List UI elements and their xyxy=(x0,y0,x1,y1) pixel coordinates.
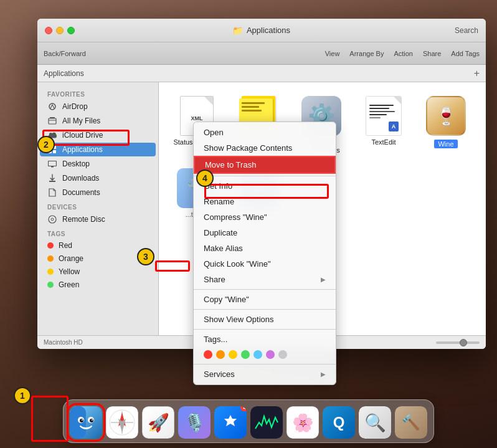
sidebar-item-icloud-drive[interactable]: iCloud Drive xyxy=(40,128,156,142)
context-duplicate[interactable]: Duplicate xyxy=(194,225,336,241)
wine-name-editing[interactable]: Wine xyxy=(434,140,457,148)
share-button[interactable]: Share xyxy=(423,50,441,57)
green-tag-label: Green xyxy=(59,280,79,289)
red-tag-label: Red xyxy=(59,241,72,250)
safari-icon xyxy=(106,406,138,439)
context-copy[interactable]: Copy "Wine" xyxy=(194,292,336,307)
dock-item-activity-monitor[interactable] xyxy=(250,406,283,439)
context-move-to-trash[interactable]: Move to Trash xyxy=(194,156,336,174)
context-services[interactable]: Services ▶ xyxy=(194,366,336,382)
tag-orange[interactable] xyxy=(216,350,225,359)
title-bar: 📁 Applications Search xyxy=(37,19,486,42)
favorites-label: Favorites xyxy=(37,87,158,99)
desktop-icon xyxy=(47,159,57,169)
slider-thumb[interactable] xyxy=(460,339,467,346)
dock: 🚀 🎙️ 4 🌸 Q 🔍 🔨 xyxy=(63,399,434,443)
step-4-label: 4 xyxy=(202,173,207,183)
view-button[interactable]: View xyxy=(325,50,340,57)
sidebar-item-documents[interactable]: Documents xyxy=(40,186,156,199)
sidebar-item-all-my-files[interactable]: All My Files xyxy=(40,114,156,128)
show-view-options-label: Show View Options xyxy=(204,315,274,324)
svg-rect-1 xyxy=(49,118,56,124)
file-item-wine[interactable]: 🍷 Wine xyxy=(418,92,474,158)
dock-item-siri[interactable]: 🎙️ xyxy=(178,406,211,439)
context-get-info[interactable]: Get Info xyxy=(194,178,336,194)
dock-item-safari[interactable] xyxy=(106,406,138,439)
context-sep-4 xyxy=(194,329,336,330)
copy-label: Copy "Wine" xyxy=(204,295,249,304)
context-share[interactable]: Share ▶ xyxy=(194,272,336,287)
hd-label: Macintosh HD xyxy=(44,339,83,346)
xml-fold xyxy=(204,97,213,105)
sidebar-item-desktop[interactable]: Desktop xyxy=(40,157,156,171)
maximize-button[interactable] xyxy=(67,27,75,34)
dock-item-dev-tools[interactable]: 🔨 xyxy=(395,406,427,439)
sidebar-item-airdrop-label: AirDrop xyxy=(62,102,88,111)
dock-item-finder[interactable] xyxy=(70,406,102,439)
sidebar-item-red[interactable]: Red xyxy=(40,239,156,252)
size-slider[interactable] xyxy=(436,341,480,344)
arrange-by-button[interactable]: Arrange By xyxy=(349,50,384,57)
activity-monitor-svg xyxy=(254,410,279,435)
step-3-label: 3 xyxy=(143,252,148,262)
sidebar-item-documents-label: Documents xyxy=(62,188,100,197)
dock-item-appstore[interactable]: 4 xyxy=(214,406,247,439)
sidebar-item-yellow[interactable]: Yellow xyxy=(40,265,156,278)
dock-item-quicktime[interactable]: Q xyxy=(323,406,355,439)
context-show-package-contents[interactable]: Show Package Contents xyxy=(194,140,336,156)
context-quick-look[interactable]: Quick Look "Wine" xyxy=(194,256,336,272)
back-forward-button[interactable]: Back/Forward xyxy=(44,50,86,57)
size-slider-container xyxy=(436,341,480,344)
sidebar-item-applications[interactable]: Applications xyxy=(40,143,156,156)
yellow-tag-label: Yellow xyxy=(59,267,80,276)
add-tags-button[interactable]: Add Tags xyxy=(451,50,480,57)
rename-label: Rename xyxy=(204,197,234,206)
context-tags[interactable]: Tags... xyxy=(194,331,336,347)
search-button[interactable]: Search xyxy=(455,26,478,35)
context-make-alias[interactable]: Make Alias xyxy=(194,241,336,256)
sidebar-item-icloud-label: iCloud Drive xyxy=(62,131,103,140)
dock-item-rocket[interactable]: 🚀 xyxy=(142,406,174,439)
svg-rect-8 xyxy=(51,166,54,167)
svg-point-16 xyxy=(80,419,83,422)
dock-item-photos[interactable]: 🌸 xyxy=(286,406,319,439)
sidebar-item-downloads-label: Downloads xyxy=(62,174,99,183)
xml-type-label: XML xyxy=(191,115,203,122)
tag-blue[interactable] xyxy=(253,350,262,359)
appstore-svg xyxy=(221,413,240,432)
tag-gray[interactable] xyxy=(278,350,287,359)
tag-purple[interactable] xyxy=(266,350,275,359)
file-item-textedit[interactable]: A TextEdit xyxy=(356,92,412,158)
quick-look-label: Quick Look "Wine" xyxy=(204,259,271,269)
sidebar-item-remote-disc[interactable]: Remote Disc xyxy=(40,212,156,226)
context-compress[interactable]: Compress "Wine" xyxy=(194,209,336,225)
show-package-label: Show Package Contents xyxy=(204,143,292,153)
tag-green[interactable] xyxy=(241,350,250,359)
action-button[interactable]: Action xyxy=(394,50,413,57)
add-button[interactable]: + xyxy=(474,68,480,79)
minimize-button[interactable] xyxy=(56,27,64,34)
sidebar-item-airdrop[interactable]: AirDrop xyxy=(40,100,156,113)
sidebar-item-green[interactable]: Green xyxy=(40,279,156,291)
services-submenu-arrow: ▶ xyxy=(321,371,326,378)
wine-app-icon: 🍷 xyxy=(426,96,466,136)
context-open[interactable]: Open xyxy=(194,125,336,140)
sidebar-item-downloads[interactable]: Downloads xyxy=(40,171,156,185)
tag-red[interactable] xyxy=(204,350,212,359)
tag-yellow[interactable] xyxy=(229,350,237,359)
close-button[interactable] xyxy=(45,27,52,34)
svg-point-10 xyxy=(49,216,56,223)
svg-rect-13 xyxy=(70,406,86,439)
context-show-view-options[interactable]: Show View Options xyxy=(194,312,336,327)
rocket-icon: 🚀 xyxy=(142,406,174,439)
context-sep-3 xyxy=(194,309,336,310)
finder-face-svg xyxy=(70,406,102,439)
appstore-icon xyxy=(214,406,247,439)
context-rename[interactable]: Rename xyxy=(194,194,336,209)
te-icon-letter: A xyxy=(392,123,396,130)
svg-point-18 xyxy=(82,419,83,421)
share-label: Share xyxy=(204,275,225,284)
context-sep-2 xyxy=(194,289,336,290)
tags-color-row xyxy=(194,347,336,362)
dock-item-magnifier[interactable]: 🔍 xyxy=(359,406,391,439)
